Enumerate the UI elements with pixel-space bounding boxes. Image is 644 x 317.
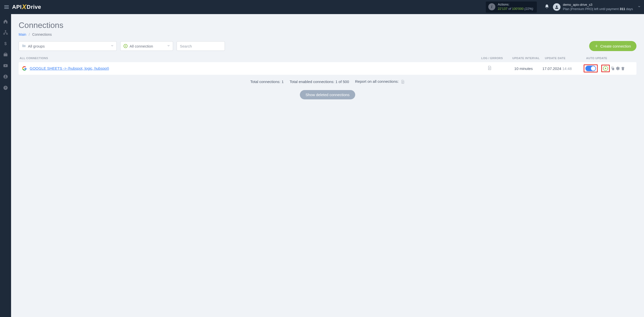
actions-used: 22'137 xyxy=(498,7,508,11)
actions-badge[interactable]: i Actions: 22'137 of 100'000 (22%) xyxy=(486,2,537,13)
sidebar-sitemap-icon[interactable] xyxy=(3,30,8,35)
copy-icon[interactable] xyxy=(611,66,615,70)
svg-point-3 xyxy=(556,6,557,7)
google-icon xyxy=(22,66,27,71)
hdr-log: LOG / ERRORS xyxy=(477,57,507,60)
filters-bar: All groups All connection Create connect… xyxy=(19,41,636,51)
plan-days: 311 xyxy=(620,7,625,11)
chevron-down-icon xyxy=(167,44,170,48)
actions-label: Actions: xyxy=(498,3,533,7)
hdr-auto: AUTO UPDATE xyxy=(585,57,635,60)
plus-icon xyxy=(595,44,598,48)
search-input[interactable] xyxy=(177,41,225,51)
sidebar-home-icon[interactable] xyxy=(3,19,8,24)
actions-of: of xyxy=(508,7,511,11)
breadcrumb: Main / Connections xyxy=(19,32,636,36)
svg-text:$: $ xyxy=(4,41,7,46)
auto-update-toggle[interactable] xyxy=(585,66,596,71)
logo[interactable]: API X Drive xyxy=(12,3,41,11)
time-value: 14:48 xyxy=(562,66,572,71)
sidebar: $ ? xyxy=(0,14,11,317)
svg-text:?: ? xyxy=(5,86,6,89)
interval-value: 10 minutes xyxy=(505,66,542,71)
date-value: 17.07.2024 xyxy=(542,66,561,71)
status-dropdown[interactable]: All connection xyxy=(120,41,173,51)
topbar: API X Drive i Actions: 22'137 of 100'000… xyxy=(0,0,644,14)
table-header: ALL CONNECTIONS LOG / ERRORS UPDATE INTE… xyxy=(19,57,636,62)
svg-rect-18 xyxy=(612,68,614,70)
sidebar-dollar-icon[interactable]: $ xyxy=(3,41,8,46)
actions-pct: (22%) xyxy=(525,7,533,11)
sidebar-help-icon[interactable]: ? xyxy=(3,85,8,91)
svg-rect-6 xyxy=(6,33,8,34)
actions-limit: 100'000 xyxy=(512,7,524,11)
hdr-date: UPDATE DATE xyxy=(545,57,585,60)
hdr-all: ALL CONNECTIONS xyxy=(20,57,477,60)
menu-toggle[interactable] xyxy=(3,4,10,11)
create-connection-button[interactable]: Create connection xyxy=(589,41,636,51)
svg-point-12 xyxy=(5,75,6,77)
groups-label: All groups xyxy=(28,44,45,48)
plan-post: days xyxy=(625,7,633,11)
summary-bar: Total connections: 1 Total enabled conne… xyxy=(19,79,636,84)
hdr-interval: UPDATE INTERVAL xyxy=(507,57,545,60)
logo-x: X xyxy=(22,3,26,11)
trash-icon[interactable] xyxy=(621,66,625,70)
page-title: Connections xyxy=(19,21,636,30)
logo-pre: API xyxy=(12,4,22,10)
svg-rect-5 xyxy=(4,33,5,34)
gear-icon[interactable] xyxy=(616,66,620,70)
info-icon: i xyxy=(488,3,495,10)
folder-icon xyxy=(22,44,26,48)
groups-dropdown[interactable]: All groups xyxy=(19,41,117,51)
plan-pre: Plan |Premium PRO| left until payment xyxy=(563,7,620,11)
chevron-down-icon xyxy=(110,44,114,48)
show-deleted-button[interactable]: Show deleted connections xyxy=(300,90,355,99)
breadcrumb-current: Connections xyxy=(32,32,52,36)
main-content: Connections Main / Connections All group… xyxy=(11,14,644,317)
logo-post: Drive xyxy=(27,4,41,10)
breadcrumb-main[interactable]: Main xyxy=(19,32,26,36)
sidebar-briefcase-icon[interactable] xyxy=(3,52,8,57)
svg-rect-8 xyxy=(4,54,8,56)
play-circle-icon xyxy=(124,44,128,48)
status-label: All connection xyxy=(130,44,153,48)
create-label: Create connection xyxy=(600,44,631,48)
report-label: Report on all connections: xyxy=(355,79,399,84)
sidebar-youtube-icon[interactable] xyxy=(3,63,8,68)
total-connections: Total connections: 1 xyxy=(250,80,284,84)
report-icon[interactable] xyxy=(400,79,405,84)
highlight-toggle xyxy=(584,64,598,72)
chevron-down-icon xyxy=(637,5,641,9)
table-row: GOOGLE SHEETS -> (hubspot, logic, hubspo… xyxy=(19,62,636,75)
svg-rect-4 xyxy=(5,30,6,31)
connection-name[interactable]: GOOGLE SHEETS -> (hubspot, logic, hubspo… xyxy=(30,66,109,70)
avatar-icon xyxy=(553,3,560,11)
log-icon[interactable] xyxy=(487,65,492,71)
sidebar-user-icon[interactable] xyxy=(3,74,8,80)
run-now-button[interactable] xyxy=(603,66,608,71)
user-name: demo_apix-drive_s3 xyxy=(563,3,633,7)
user-menu[interactable]: demo_apix-drive_s3 Plan |Premium PRO| le… xyxy=(553,3,641,11)
notifications-icon[interactable] xyxy=(544,4,549,10)
highlight-play xyxy=(601,65,610,72)
enabled-connections: Total enabled connections: 1 of 500 xyxy=(290,80,349,84)
